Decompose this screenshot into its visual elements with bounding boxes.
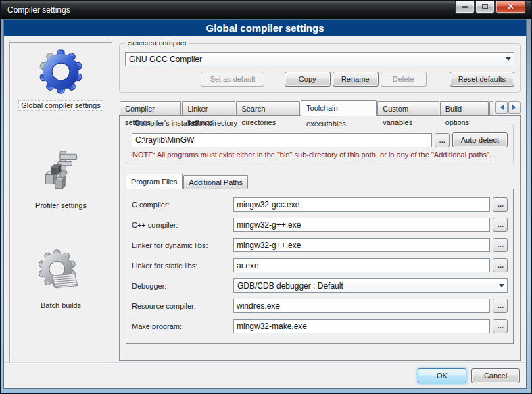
dialog-body: Global compiler settings xyxy=(3,19,527,389)
debugger-value: GDB/CDB debugger : Default xyxy=(234,281,496,291)
tab-build-options[interactable]: Build options xyxy=(440,101,489,115)
sidebar-item-batch-builds[interactable]: Batch builds xyxy=(14,247,108,347)
sidebar-item-label: Profiler settings xyxy=(33,201,89,210)
tab-linker-settings[interactable]: Linker settings xyxy=(182,101,235,115)
chevron-down-icon xyxy=(503,55,514,64)
minimize-icon xyxy=(462,6,468,8)
static-linker-input[interactable] xyxy=(233,258,490,272)
tab-scroll-arrows xyxy=(495,101,521,114)
dynamic-linker-input[interactable] xyxy=(233,238,490,252)
field-label: Debugger: xyxy=(132,282,233,290)
sidebar-item-profiler-settings[interactable]: Profiler settings xyxy=(14,147,108,247)
compiler-actions: Set as default Copy Rename Delete Reset … xyxy=(125,72,514,87)
subtab-program-files[interactable]: Program Files xyxy=(126,174,183,189)
sidebar-item-label: Batch builds xyxy=(39,301,83,310)
make-program-input[interactable] xyxy=(233,319,490,333)
program-files-panel: C compiler: ... C++ compiler: ... Linker… xyxy=(126,189,514,344)
maximize-button[interactable] xyxy=(475,1,495,14)
sidebar-item-label: Global compiler settings xyxy=(19,101,102,110)
tab-strip: Compiler settings Linker settings Search… xyxy=(119,100,521,115)
tab-scroll-left-button[interactable] xyxy=(495,101,508,114)
install-dir-input[interactable] xyxy=(132,133,432,147)
arrow-right-icon xyxy=(512,105,518,110)
field-row-resource-compiler: Resource compiler: ... xyxy=(132,299,508,313)
gear-gray-stack-icon xyxy=(39,249,83,294)
selected-compiler-value: GNU GCC Compiler xyxy=(126,55,503,64)
field-label: C++ compiler: xyxy=(132,221,233,229)
content: Global compiler settings xyxy=(4,36,526,362)
minimize-button[interactable] xyxy=(455,1,475,14)
field-label: Linker for static libs: xyxy=(132,262,233,270)
tab-search-directories[interactable]: Search directories xyxy=(236,101,300,115)
field-row-c-compiler: C compiler: ... xyxy=(132,197,508,212)
dynamic-linker-browse-button[interactable]: ... xyxy=(493,238,508,252)
subtab-strip: Program Files Additional Paths xyxy=(126,174,514,189)
c-compiler-browse-button[interactable]: ... xyxy=(493,197,508,212)
compiler-settings-window: Compiler settings ✕ Global compiler sett… xyxy=(0,0,532,394)
gear-blue-icon xyxy=(39,49,83,94)
main-column: Selected compiler GNU GCC Compiler Set a… xyxy=(119,42,521,362)
arrow-left-icon xyxy=(498,105,504,110)
field-label: Make program: xyxy=(132,322,233,330)
close-icon: ✕ xyxy=(507,3,514,11)
field-row-dynamic-linker: Linker for dynamic libs: ... xyxy=(132,238,508,252)
settings-sidebar: Global compiler settings xyxy=(9,42,112,362)
field-label: Linker for dynamic libs: xyxy=(132,241,233,249)
install-dir-browse-button[interactable]: ... xyxy=(435,133,450,147)
resource-compiler-browse-button[interactable]: ... xyxy=(493,299,508,313)
resource-compiler-input[interactable] xyxy=(233,299,490,313)
set-as-default-button: Set as default xyxy=(201,72,264,87)
copy-button[interactable]: Copy xyxy=(285,72,331,87)
install-dir-row: ... Auto-detect xyxy=(132,132,508,147)
close-button[interactable]: ✕ xyxy=(495,1,526,14)
field-row-debugger: Debugger: GDB/CDB debugger : Default xyxy=(132,278,508,293)
c-compiler-input[interactable] xyxy=(233,197,490,212)
ok-button[interactable]: OK xyxy=(418,368,466,383)
cancel-button[interactable]: Cancel xyxy=(471,368,520,383)
dialog-footer: OK Cancel xyxy=(4,362,526,388)
cpp-compiler-browse-button[interactable]: ... xyxy=(493,218,508,232)
tab-scroll-right-button[interactable] xyxy=(508,101,521,114)
titlebar: Compiler settings ✕ xyxy=(1,1,531,19)
tab-toolchain-executables[interactable]: Toolchain executables xyxy=(301,100,377,116)
toolchain-panel: Compiler's installation directory ... Au… xyxy=(119,115,521,361)
maximize-icon xyxy=(482,4,488,9)
install-dir-note: NOTE: All programs must exist either in … xyxy=(132,151,507,159)
rename-button[interactable]: Rename xyxy=(333,72,379,87)
field-row-static-linker: Linker for static libs: ... xyxy=(132,258,508,272)
delete-button: Delete xyxy=(381,72,427,87)
debugger-combo[interactable]: GDB/CDB debugger : Default xyxy=(233,278,508,293)
field-row-make-program: Make program: ... xyxy=(132,319,508,333)
window-title: Compiler settings xyxy=(1,5,70,15)
chevron-down-icon xyxy=(496,281,507,290)
selected-compiler-group: Selected compiler GNU GCC Compiler Set a… xyxy=(119,43,521,93)
cpp-compiler-input[interactable] xyxy=(233,218,490,232)
static-linker-browse-button[interactable]: ... xyxy=(493,258,508,272)
page-title: Global compiler settings xyxy=(4,20,526,36)
make-program-browse-button[interactable]: ... xyxy=(493,319,508,333)
reset-defaults-button[interactable]: Reset defaults xyxy=(450,72,514,87)
field-row-cpp-compiler: C++ compiler: ... xyxy=(132,218,508,232)
caption-buttons: ✕ xyxy=(454,1,526,14)
field-label: Resource compiler: xyxy=(132,302,233,310)
selected-compiler-group-label: Selected compiler xyxy=(125,42,189,47)
auto-detect-button[interactable]: Auto-detect xyxy=(452,132,508,147)
tab-custom-variables[interactable]: Custom variables xyxy=(377,101,439,115)
field-label: C compiler: xyxy=(132,201,233,209)
sidebar-item-global-compiler-settings[interactable]: Global compiler settings xyxy=(14,47,108,147)
selected-compiler-combo[interactable]: GNU GCC Compiler xyxy=(125,52,514,66)
subtab-additional-paths[interactable]: Additional Paths xyxy=(183,175,248,189)
tab-partial xyxy=(489,101,493,115)
caliper-icon xyxy=(39,149,83,194)
tab-compiler-settings[interactable]: Compiler settings xyxy=(120,101,181,115)
